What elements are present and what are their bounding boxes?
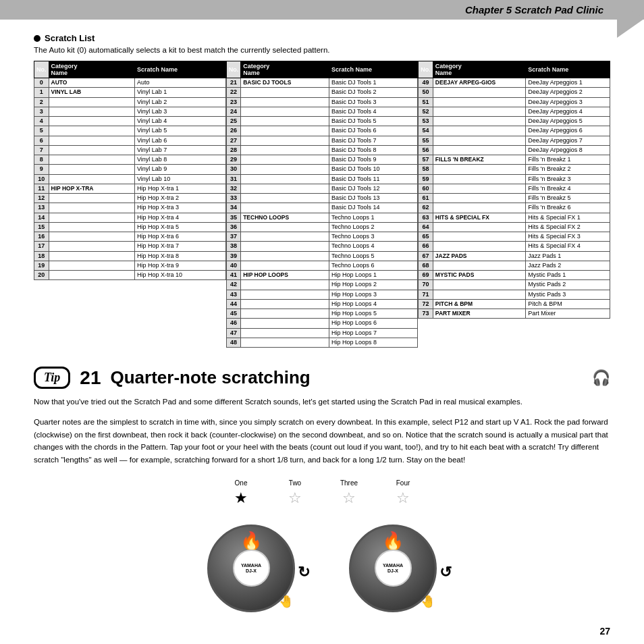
row-number: 30	[226, 165, 241, 174]
beat-label: Four	[383, 479, 423, 487]
row-category: VINYL LAB	[49, 88, 134, 97]
table-row: 10 Vinyl Lab 10	[34, 174, 226, 184]
row-scratch-name: DeeJay Arpeggios 8	[526, 145, 610, 155]
table-row: 16 Hip Hop X-tra 6	[34, 232, 226, 242]
row-number: 71	[419, 290, 433, 299]
row-number: 56	[419, 145, 433, 155]
row-scratch-name: DeeJay Arpeggios 3	[526, 97, 610, 107]
row-category	[433, 136, 525, 145]
table-row: 33 Basic DJ Tools 13	[226, 194, 418, 203]
col1-name-header: Scratch Name	[134, 61, 225, 78]
row-scratch-name: Hip Hop X-tra 2	[134, 194, 225, 203]
row-number: 22	[226, 88, 241, 97]
row-number: 58	[419, 165, 433, 174]
row-scratch-name: Vinyl Lab 3	[134, 107, 225, 116]
col2-name-header: Scratch Name	[329, 61, 418, 78]
row-category	[433, 261, 525, 270]
row-number: 65	[419, 232, 433, 242]
row-number: 39	[226, 251, 241, 261]
row-number: 61	[419, 194, 433, 203]
row-number: 38	[226, 242, 241, 251]
table-row: 37 Techno Loops 3	[226, 232, 418, 242]
row-category	[433, 165, 525, 174]
row-number: 17	[34, 242, 49, 251]
col1-no-header: No.	[34, 61, 49, 78]
row-scratch-name: Hits & Special FX 1	[526, 213, 610, 222]
row-number: 14	[34, 213, 49, 222]
table-row: 20 Hip Hop X-tra 10	[34, 271, 226, 280]
table-row: 0 AUTO Auto	[34, 78, 226, 88]
beat-star-empty: ☆	[275, 489, 315, 507]
table-row: 26 Basic DJ Tools 6	[226, 126, 418, 136]
tip-section: Tip 21 Quarter-note scratching 🎧 Now tha…	[34, 367, 610, 612]
row-category	[49, 126, 134, 136]
row-category	[241, 328, 329, 338]
row-category	[241, 280, 329, 290]
tip-paragraph-1: Now that you've tried out the Scratch Pa…	[34, 396, 610, 408]
row-category	[49, 251, 134, 261]
row-scratch-name: Vinyl Lab 4	[134, 117, 225, 126]
row-category	[433, 107, 525, 116]
row-number: 50	[419, 88, 433, 97]
table-row: 7 Vinyl Lab 7	[34, 145, 226, 155]
table-row: 22 Basic DJ Tools 2	[226, 88, 418, 97]
row-category	[241, 117, 329, 126]
table-row: 35 TECHNO LOOPS Techno Loops 1	[226, 213, 418, 222]
table-row: 32 Basic DJ Tools 12	[226, 184, 418, 193]
row-scratch-name: Techno Loops 3	[329, 232, 418, 242]
scratch-list-subtitle: The Auto kit (0) automatically selects a…	[34, 46, 610, 54]
row-number: 8	[34, 155, 49, 165]
row-category	[241, 261, 329, 270]
row-category	[49, 117, 134, 126]
row-scratch-name: Hip Hop X-tra 8	[134, 251, 225, 261]
row-scratch-name: Basic DJ Tools 11	[329, 174, 418, 184]
row-category	[49, 136, 134, 145]
beat-label: Two	[275, 479, 315, 487]
turntable-spacer	[315, 525, 329, 612]
row-number: 27	[226, 136, 241, 145]
row-scratch-name: Fills 'n Breakz 3	[526, 174, 610, 184]
table-row: 56 DeeJay Arpeggios 8	[419, 145, 610, 155]
row-number: 19	[34, 261, 49, 270]
row-number: 66	[419, 242, 433, 251]
headphones-icon: 🎧	[592, 369, 610, 387]
table-row: 46 Hip Hop Loops 6	[226, 319, 418, 328]
row-category	[241, 126, 329, 136]
row-scratch-name: Vinyl Lab 2	[134, 97, 225, 107]
beat-stars: ★☆☆☆	[214, 489, 430, 507]
row-number: 42	[226, 280, 241, 290]
table-row: 17 Hip Hop X-tra 7	[34, 242, 226, 251]
row-scratch-name: Vinyl Lab 10	[134, 174, 225, 184]
beat-diagram: OneTwoThreeFour ★☆☆☆ 🔥 YAMAHADJ-X 🤚 ↻ 🔥	[34, 479, 610, 612]
row-number: 48	[226, 338, 241, 347]
row-number: 26	[226, 126, 241, 136]
row-category: TECHNO LOOPS	[241, 213, 329, 222]
row-scratch-name: Pitch & BPM	[526, 299, 610, 308]
table-col-3: No. CategoryName Scratch Name 49 DEEJAY …	[418, 61, 610, 348]
row-scratch-name: Basic DJ Tools 1	[329, 78, 418, 88]
row-scratch-name: Hits & Special FX 4	[526, 242, 610, 251]
col2-cat-header: CategoryName	[241, 61, 329, 78]
row-number: 9	[34, 165, 49, 174]
row-category: AUTO	[49, 78, 134, 88]
row-category	[241, 319, 329, 328]
table-row: 27 Basic DJ Tools 7	[226, 136, 418, 145]
row-scratch-name: Basic DJ Tools 6	[329, 126, 418, 136]
table-row: 62 Fills 'n Breakz 6	[419, 203, 610, 213]
row-scratch-name: Fills 'n Breakz 4	[526, 184, 610, 193]
row-scratch-name: Techno Loops 6	[329, 261, 418, 270]
row-number: 55	[419, 136, 433, 145]
row-category	[433, 88, 525, 97]
row-category	[49, 145, 134, 155]
row-number: 20	[34, 271, 49, 280]
row-scratch-name: Hip Hop X-tra 4	[134, 213, 225, 222]
row-category	[49, 232, 134, 242]
table-row: 31 Basic DJ Tools 11	[226, 174, 418, 184]
row-scratch-name: Hip Hop Loops 5	[329, 309, 418, 319]
row-scratch-name: Techno Loops 2	[329, 222, 418, 232]
table-row: 30 Basic DJ Tools 10	[226, 165, 418, 174]
row-scratch-name: Techno Loops 1	[329, 213, 418, 222]
row-category: HITS & SPECIAL FX	[433, 213, 525, 222]
row-number: 51	[419, 97, 433, 107]
table-row: 23 Basic DJ Tools 3	[226, 97, 418, 107]
